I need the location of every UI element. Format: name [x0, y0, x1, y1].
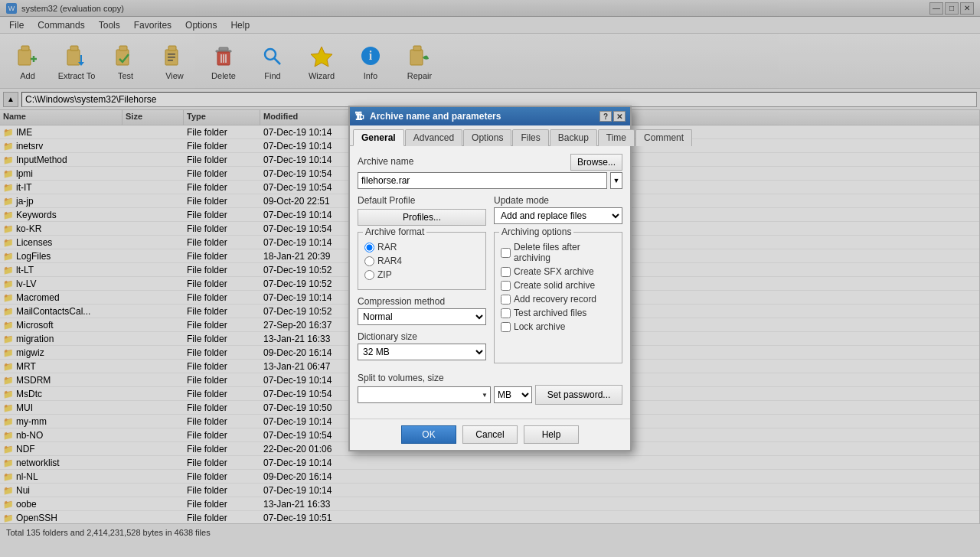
dialog-footer: OK Cancel Help [350, 419, 630, 450]
format-rar-radio[interactable] [364, 243, 374, 252]
archive-name-dropdown[interactable]: ▼ [610, 172, 622, 189]
tab-bar: General Advanced Options Files Backup Ti… [350, 125, 630, 146]
format-rar4-row: RAR4 [364, 256, 479, 266]
archive-format-title: Archive format [363, 226, 426, 237]
profile-update-section: Default Profile Profiles... Update mode … [358, 195, 622, 226]
format-zip-label: ZIP [377, 269, 392, 280]
format-zip-row: ZIP [364, 269, 479, 280]
dialog-icon: 🗜 [354, 111, 365, 122]
checkbox-delete[interactable] [501, 248, 511, 258]
dictionary-size-label: Dictionary size [358, 331, 486, 342]
split-section: Split to volumes, size ▼ MB KB GB Set pa… [358, 373, 622, 405]
archive-name-section: Archive name Browse... ▼ [358, 154, 622, 189]
checkbox-solid-row: Create solid archive [501, 280, 616, 291]
tab-options[interactable]: Options [463, 129, 511, 146]
archive-dialog: 🗜 Archive name and parameters ? ✕ Genera… [348, 106, 632, 451]
format-options-content: RAR RAR4 ZIP [364, 239, 479, 280]
compression-method-select[interactable]: Normal Store Fastest Fast Good Best [358, 308, 486, 325]
split-unit-select[interactable]: MB KB GB [495, 387, 531, 402]
tab-advanced[interactable]: Advanced [405, 129, 462, 146]
checkbox-lock-label: Lock archive [514, 321, 565, 332]
archiving-options-title: Archiving options [499, 226, 573, 237]
browse-button[interactable]: Browse... [570, 154, 622, 171]
checkbox-solid[interactable] [501, 281, 511, 291]
archiving-options-col: Archiving options Delete files after arc… [494, 232, 622, 366]
format-rar4-radio[interactable] [364, 256, 374, 266]
checkbox-recovery-label: Add recovery record [514, 294, 596, 305]
update-mode-select[interactable]: Add and replace files Update and add fil… [494, 207, 622, 224]
checkbox-sfx-label: Create SFX archive [514, 266, 594, 277]
archive-format-col: Archive format RAR RAR4 [358, 232, 486, 366]
update-mode-label: Update mode [494, 195, 622, 206]
split-value-input[interactable] [358, 387, 479, 402]
dialog-title: Archive name and parameters [370, 111, 501, 122]
split-row: ▼ MB KB GB Set password... [358, 385, 622, 405]
tab-backup[interactable]: Backup [550, 129, 597, 146]
dialog-close-button[interactable]: ✕ [613, 111, 626, 122]
format-rar4-label: RAR4 [377, 256, 402, 266]
tab-files[interactable]: Files [512, 129, 548, 146]
checkbox-sfx[interactable] [501, 267, 511, 277]
profiles-button[interactable]: Profiles... [358, 209, 486, 226]
dialog-title-left: 🗜 Archive name and parameters [354, 111, 501, 122]
tab-comment[interactable]: Comment [635, 129, 692, 146]
tab-general[interactable]: General [353, 129, 404, 146]
dialog-body: Archive name Browse... ▼ Default Profile… [350, 146, 630, 419]
dialog-controls: ? ✕ [599, 111, 626, 122]
compression-method-section: Compression method Normal Store Fastest … [358, 296, 486, 325]
archive-format-group: Archive format RAR RAR4 [358, 232, 486, 290]
dictionary-size-section: Dictionary size 32 MB 64 MB 128 MB 256 M… [358, 331, 486, 360]
checkbox-solid-label: Create solid archive [514, 280, 595, 291]
dictionary-size-select[interactable]: 32 MB 64 MB 128 MB 256 MB [358, 344, 486, 360]
checkbox-test-label: Test archived files [514, 308, 586, 318]
checkbox-test[interactable] [501, 308, 511, 318]
archiving-options-group: Archiving options Delete files after arc… [494, 232, 622, 363]
checkbox-lock-row: Lock archive [501, 321, 616, 332]
archive-name-input[interactable] [358, 172, 607, 189]
help-button[interactable]: Help [524, 425, 579, 444]
modal-overlay: 🗜 Archive name and parameters ? ✕ Genera… [0, 0, 980, 557]
update-mode-col: Update mode Add and replace files Update… [494, 195, 622, 226]
format-rar-label: RAR [377, 242, 397, 252]
cancel-button[interactable]: Cancel [462, 425, 518, 444]
set-password-button[interactable]: Set password... [535, 385, 622, 405]
archiving-checkboxes: Delete files after archiving Create SFX … [501, 239, 616, 332]
checkbox-sfx-row: Create SFX archive [501, 266, 616, 277]
checkbox-recovery-row: Add recovery record [501, 294, 616, 305]
checkbox-lock[interactable] [501, 322, 511, 332]
split-dropdown-arrow[interactable]: ▼ [479, 387, 490, 402]
checkbox-test-row: Test archived files [501, 308, 616, 318]
format-options-section: Archive format RAR RAR4 [358, 232, 622, 366]
split-label: Split to volumes, size [358, 373, 622, 383]
format-zip-radio[interactable] [364, 270, 374, 280]
dialog-title-bar: 🗜 Archive name and parameters ? ✕ [350, 107, 630, 125]
checkbox-delete-label: Delete files after archiving [514, 242, 616, 263]
checkbox-recovery[interactable] [501, 295, 511, 305]
compression-method-label: Compression method [358, 296, 486, 307]
format-rar-row: RAR [364, 242, 479, 252]
archive-name-label: Archive name [358, 156, 413, 167]
checkbox-delete-row: Delete files after archiving [501, 242, 616, 263]
default-profile-col: Default Profile Profiles... [358, 195, 486, 226]
default-profile-label: Default Profile [358, 195, 486, 206]
dialog-help-button[interactable]: ? [599, 111, 612, 122]
ok-button[interactable]: OK [401, 425, 456, 444]
tab-time[interactable]: Time [598, 129, 635, 146]
